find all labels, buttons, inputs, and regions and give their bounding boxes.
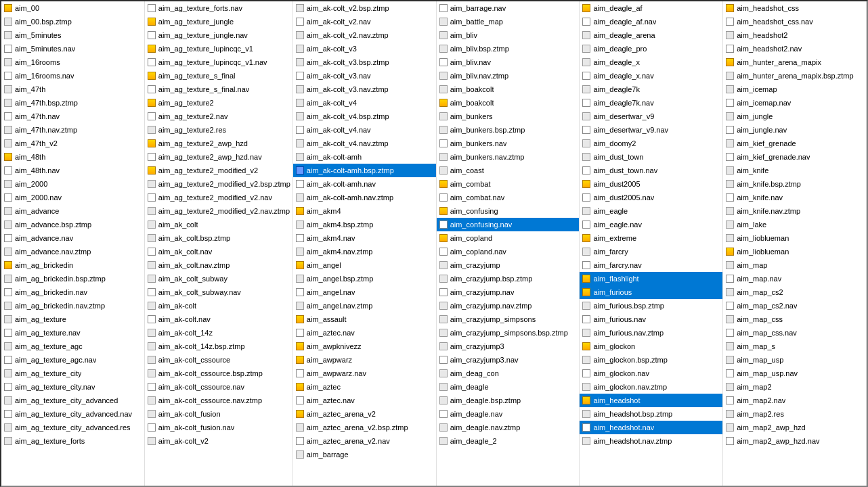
list-item[interactable]: aim_ag_texture_s_final.nav xyxy=(145,83,292,96)
list-item[interactable]: aim_aztec.nav xyxy=(293,326,436,340)
list-item[interactable]: aim_extreme xyxy=(580,231,722,245)
list-item[interactable]: aim_barrage xyxy=(293,448,436,461)
list-item[interactable]: aim_copland.nav xyxy=(437,245,580,258)
list-item[interactable]: aim_bunkers xyxy=(437,110,580,123)
list-item[interactable]: aim_5minutes.nav xyxy=(1,42,144,55)
list-item[interactable]: aim_deagle7k.nav xyxy=(580,96,722,110)
list-item[interactable]: aim_ak-colt_v4.nav xyxy=(293,123,436,137)
list-item[interactable]: aim_ak-colt xyxy=(145,299,292,312)
list-item[interactable]: aim_furious xyxy=(580,285,722,299)
list-item[interactable]: aim_combat xyxy=(437,177,580,191)
list-item[interactable]: aim_akm4.nav.ztmp xyxy=(293,245,436,258)
list-item[interactable]: aim_deagle.nav xyxy=(437,407,580,421)
list-item[interactable]: aim_awpwarz.nav xyxy=(293,367,436,380)
list-item[interactable]: aim_dust2005.nav xyxy=(580,191,722,204)
list-item[interactable]: aim_hunter_arena_mapix.bsp.ztmp xyxy=(723,69,866,83)
list-item[interactable]: aim_headshot_css xyxy=(723,1,866,15)
list-item[interactable]: aim_dust_town xyxy=(580,150,722,164)
list-item[interactable]: aim_ag_brickedin.nav xyxy=(1,285,144,299)
list-item[interactable]: aim_ak-colt_v2 xyxy=(145,434,292,448)
list-item[interactable]: aim_eagle.nav xyxy=(580,218,722,231)
list-item[interactable]: aim_bunkers.bsp.ztmp xyxy=(437,123,580,137)
list-item[interactable]: aim_map_cs2 xyxy=(723,285,866,299)
list-item[interactable]: aim_ag_brickedin xyxy=(1,258,144,272)
list-item[interactable]: aim_ag_texture_s_final xyxy=(145,69,292,83)
list-item[interactable]: aim_ak-colt_v2.bsp.ztmp xyxy=(293,1,436,15)
list-item[interactable]: aim_ag_texture_agc xyxy=(1,340,144,353)
list-item[interactable]: aim_47th_v2 xyxy=(1,137,144,150)
list-item[interactable]: aim_headshot_css.nav xyxy=(723,15,866,28)
list-item[interactable]: aim_ak_colt.nav xyxy=(145,245,292,258)
list-item[interactable]: aim_ag_texture xyxy=(1,312,144,326)
list-item[interactable]: aim_akm4.bsp.ztmp xyxy=(293,218,436,231)
list-item[interactable]: aim_angel.nav xyxy=(293,285,436,299)
list-item[interactable]: aim_48th xyxy=(1,150,144,164)
list-item[interactable]: aim_kief_grenade xyxy=(723,137,866,150)
list-item[interactable]: aim_ak-colt_v3.bsp.ztmp xyxy=(293,55,436,69)
list-item[interactable]: aim_glockon.bsp.ztmp xyxy=(580,353,722,367)
list-item[interactable]: aim_deagle xyxy=(437,380,580,394)
list-item[interactable]: aim_bunkers.nav xyxy=(437,137,580,150)
list-item[interactable]: aim_jungle xyxy=(723,110,866,123)
list-item[interactable]: aim_ak-colt_v4.bsp.ztmp xyxy=(293,110,436,123)
list-item[interactable]: aim_map_cs2.nav xyxy=(723,299,866,312)
list-item[interactable]: aim_aztec_arena_v2.nav xyxy=(293,434,436,448)
list-item[interactable]: aim_16rooms xyxy=(1,55,144,69)
list-item[interactable]: aim_map2_awp_hzd xyxy=(723,421,866,434)
list-item[interactable]: aim_ak-colt-amh.nav xyxy=(293,177,436,191)
list-item[interactable]: aim_confusing xyxy=(437,204,580,218)
list-item[interactable]: aim_dust2005 xyxy=(580,177,722,191)
list-item[interactable]: aim_map2.res xyxy=(723,407,866,421)
list-item[interactable]: aim_aztec xyxy=(293,380,436,394)
list-item[interactable]: aim_awpknivezz xyxy=(293,340,436,353)
list-item[interactable]: aim_ak-colt_v4.nav.ztmp xyxy=(293,137,436,150)
list-item[interactable]: aim_ag_texture2_awp_hzd.nav xyxy=(145,150,292,164)
list-item[interactable]: aim_map_css xyxy=(723,312,866,326)
list-item[interactable]: aim_ak-colt_cssource.nav xyxy=(145,380,292,394)
list-item[interactable]: aim_ag_texture_city_advanced xyxy=(1,394,144,407)
list-item[interactable]: aim_headshot2.nav xyxy=(723,42,866,55)
list-item[interactable]: aim_ag_texture2.res xyxy=(145,123,292,137)
list-item[interactable]: aim_advance.nav.ztmp xyxy=(1,245,144,258)
list-item[interactable]: aim_ag_texture_forts xyxy=(1,434,144,448)
list-item[interactable]: aim_2000.nav xyxy=(1,191,144,204)
list-item[interactable]: aim_ag_texture2 xyxy=(145,96,292,110)
list-item[interactable]: aim_ak-colt_fusion xyxy=(145,407,292,421)
list-item[interactable]: aim_deag_con xyxy=(437,367,580,380)
list-item[interactable]: aim_copland xyxy=(437,231,580,245)
list-item[interactable]: aim_bliv.nav xyxy=(437,55,580,69)
list-item[interactable]: aim_combat.nav xyxy=(437,191,580,204)
list-item[interactable]: aim_aztec.nav xyxy=(293,394,436,407)
list-item[interactable]: aim_ak-colt_14z xyxy=(145,326,292,340)
list-item[interactable]: aim_bliv xyxy=(437,28,580,42)
list-item[interactable]: aim_furious.nav xyxy=(580,312,722,326)
list-item[interactable]: aim_bunkers.nav.ztmp xyxy=(437,150,580,164)
list-item[interactable]: aim_ag_texture2_modified_v2.bsp.ztmp xyxy=(145,177,292,191)
list-item[interactable]: aim_ak_colt xyxy=(145,218,292,231)
list-item[interactable]: aim_headshot2 xyxy=(723,28,866,42)
list-item[interactable]: aim_ak-colt_v3 xyxy=(293,42,436,55)
list-item[interactable]: aim_dust_town.nav xyxy=(580,164,722,177)
list-item[interactable]: aim_ag_texture_jungle xyxy=(145,15,292,28)
list-item[interactable]: aim_ag_texture_lupincqc_v1.nav xyxy=(145,55,292,69)
list-item[interactable]: aim_ag_brickedin.nav.ztmp xyxy=(1,299,144,312)
list-item[interactable]: aim_glockon.nav.ztmp xyxy=(580,380,722,394)
list-item[interactable]: aim_ak-colt_v3.nav xyxy=(293,69,436,83)
list-item[interactable]: aim_battle_map xyxy=(437,15,580,28)
list-item[interactable]: aim_ak-colt_fusion.nav xyxy=(145,421,292,434)
list-item[interactable]: aim_ag_texture_city_advanced.res xyxy=(1,421,144,434)
list-item[interactable]: aim_icemap xyxy=(723,83,866,96)
list-item[interactable]: aim_furious.nav.ztmp xyxy=(580,326,722,340)
list-item[interactable]: aim_map2.nav xyxy=(723,394,866,407)
list-item[interactable]: aim_crazyjump3 xyxy=(437,340,580,353)
list-item[interactable]: aim_crazyjump.nav.ztmp xyxy=(437,299,580,312)
list-item[interactable]: aim_ag_texture_city_advanced.nav xyxy=(1,407,144,421)
list-item[interactable]: aim_deagle_af.nav xyxy=(580,15,722,28)
list-item[interactable]: aim_map2_awp_hzd.nav xyxy=(723,434,866,448)
list-item[interactable]: aim_map.nav xyxy=(723,272,866,285)
list-item[interactable]: aim_ak-colt_cssource xyxy=(145,353,292,367)
list-item[interactable]: aim_ag_texture_jungle.nav xyxy=(145,28,292,42)
list-item[interactable]: aim_headshot xyxy=(580,394,722,407)
list-item[interactable]: aim_ag_texture_city xyxy=(1,367,144,380)
list-item[interactable]: aim_ak-colt_cssource.nav.ztmp xyxy=(145,394,292,407)
